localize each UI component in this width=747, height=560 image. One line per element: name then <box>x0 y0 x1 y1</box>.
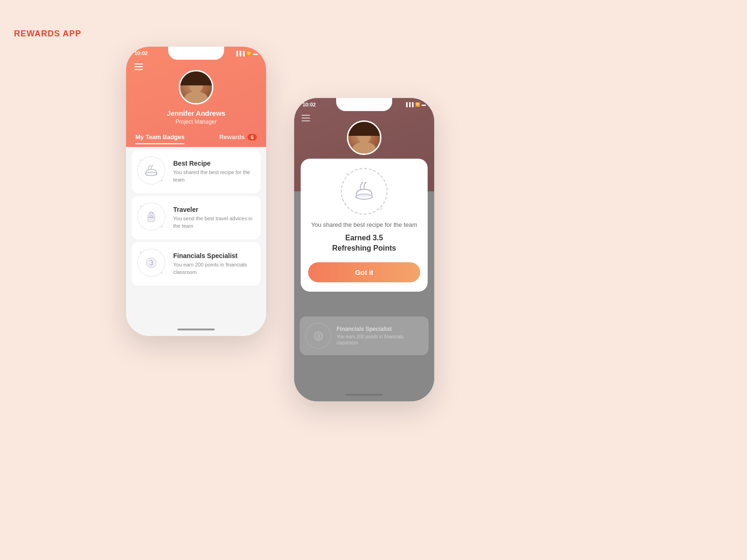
traveler-icon <box>137 203 168 233</box>
badge-title-best-recipe: Best Recipe <box>173 160 255 167</box>
bottom-badge-info-financials: Financials Specialist You earn 200 point… <box>337 326 423 346</box>
best-recipe-icon <box>137 156 168 187</box>
user-name: Jennifer Andrews <box>126 109 266 117</box>
svg-point-1 <box>146 172 157 175</box>
tabs: My Team Badges Rewards 6 <box>126 130 266 144</box>
bottom-financials-icon <box>305 323 331 349</box>
badge-title-traveler: Traveler <box>173 206 255 213</box>
financials-icon <box>137 249 168 279</box>
avatar-hair-2 <box>348 122 380 136</box>
battery-icon: ▬ <box>253 51 258 56</box>
traveler-icon-circle <box>137 203 165 231</box>
user-role: Project Manager <box>126 119 266 125</box>
battery-icon-2: ▬ <box>422 102 426 107</box>
bottom-badge-financials: Financials Specialist You earn 200 point… <box>300 316 429 355</box>
tab-my-team-badges[interactable]: My Team Badges <box>135 130 184 144</box>
avatar <box>179 70 213 105</box>
rewards-badge: 6 <box>247 134 257 140</box>
badge-card-financials[interactable]: Financials Specialist You earn 200 point… <box>132 242 261 286</box>
avatar-hair <box>180 71 212 85</box>
badge-info-traveler: Traveler You send the best travel advice… <box>173 206 255 230</box>
badge-desc-financials: You earn 200 points in financials classr… <box>173 261 255 276</box>
modal-badge-icon <box>341 168 388 215</box>
financials-icon-circle <box>137 249 165 277</box>
bottom-badge-title-financials: Financials Specialist <box>337 326 423 332</box>
svg-rect-2 <box>148 214 155 222</box>
badge-card-traveler[interactable]: Traveler You send the best travel advice… <box>132 196 261 239</box>
avatar-face <box>180 71 212 103</box>
notch-2 <box>336 98 392 111</box>
signal-icon-2: ▐▐▐ <box>405 102 414 107</box>
modal-earned: Earned 3.5 Refreshing Points <box>308 233 420 254</box>
status-icons-1: ▐▐▐ 🛜 ▬ <box>235 51 258 56</box>
badge-desc-traveler: You send the best travel advices in the … <box>173 215 255 230</box>
modal-description: You shared the best recipe for the team <box>308 221 420 228</box>
notch-1 <box>168 47 224 60</box>
recipe-icon-circle <box>137 156 165 184</box>
badges-list: Best Recipe You shared the best recipe f… <box>126 147 266 336</box>
phone-1: 10:02 ▐▐▐ 🛜 ▬ Jennifer Andrews Project M… <box>126 47 266 336</box>
phone1-header: 10:02 ▐▐▐ 🛜 ▬ Jennifer Andrews Project M… <box>126 47 266 149</box>
phone-2: 10:02 ▐▐▐ 🛜 ▬ Jennifer Andrews <box>294 98 434 401</box>
app-title: REWARDS APP <box>14 29 81 39</box>
home-indicator-2 <box>345 394 383 396</box>
status-icons-2: ▐▐▐ 🛜 ▬ <box>405 102 426 107</box>
got-it-button[interactable]: Got it <box>308 262 420 282</box>
menu-icon-2[interactable] <box>302 115 310 121</box>
home-indicator-1 <box>177 329 215 330</box>
modal-card: You shared the best recipe for the team … <box>301 159 428 292</box>
badge-title-financials: Financials Specialist <box>173 252 255 259</box>
wifi-icon: 🛜 <box>246 51 252 56</box>
signal-icon: ▐▐▐ <box>235 51 245 56</box>
status-time-1: 10:02 <box>134 50 148 56</box>
badge-info-financials: Financials Specialist You earn 200 point… <box>173 252 255 276</box>
badge-info-best-recipe: Best Recipe You shared the best recipe f… <box>173 160 255 183</box>
phone2-bottom: Financials Specialist You earn 200 point… <box>294 313 434 401</box>
tab-rewards[interactable]: Rewards 6 <box>219 133 257 140</box>
badge-card-best-recipe[interactable]: Best Recipe You shared the best recipe f… <box>132 150 261 193</box>
status-time-2: 10:02 <box>303 102 316 107</box>
svg-point-8 <box>356 193 372 197</box>
avatar-2 <box>347 120 381 155</box>
wifi-icon-2: 🛜 <box>415 102 420 107</box>
menu-icon[interactable] <box>134 63 143 70</box>
badge-desc-best-recipe: You shared the best recipe for the team <box>173 169 255 183</box>
avatar-face-2 <box>348 122 380 154</box>
bottom-badge-desc-financials: You earn 200 points in financials classr… <box>337 334 423 346</box>
